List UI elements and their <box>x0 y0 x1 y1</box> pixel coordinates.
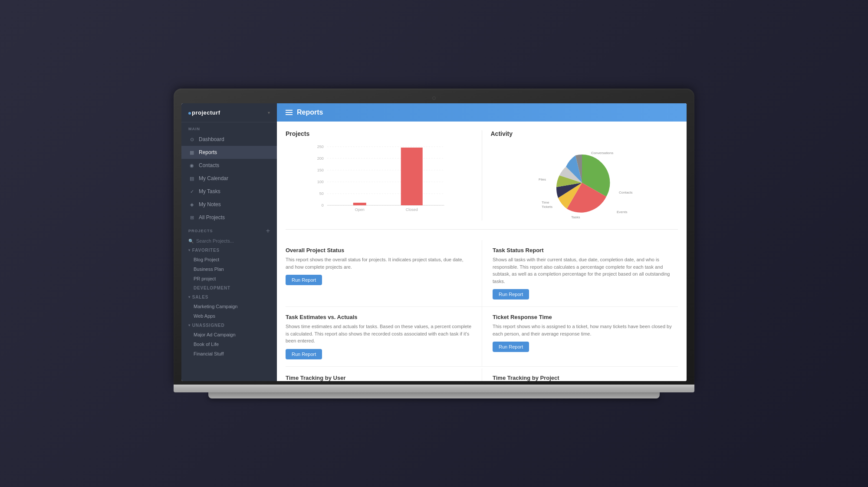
all-projects-icon: ⊞ <box>188 214 195 221</box>
laptop-bezel: projecturf ▾ MAIN ⊙ Dashboard ▦ Reports <box>174 89 694 385</box>
logo-dot <box>188 112 191 115</box>
calendar-icon: ▤ <box>188 175 195 182</box>
unassigned-label: UNASSIGNED <box>192 323 225 328</box>
svg-text:50: 50 <box>319 191 324 196</box>
bottom-report-title: Time Tracking by User <box>286 375 471 381</box>
laptop-base <box>174 385 694 392</box>
page-title: Reports <box>297 109 323 116</box>
run-report-button-task-status[interactable]: Run Report <box>493 289 529 299</box>
sidebar-item-label: My Tasks <box>199 188 220 194</box>
svg-text:Tasks: Tasks <box>571 215 580 219</box>
activity-chart-title: Activity <box>491 130 678 137</box>
svg-text:Conversations: Conversations <box>591 151 613 155</box>
sidebar-item-label: My Notes <box>199 201 221 207</box>
projects-chart-title: Projects <box>286 130 473 137</box>
sidebar-item-all-projects[interactable]: ⊞ All Projects <box>181 211 277 224</box>
laptop-foot <box>208 392 660 398</box>
contacts-icon: ◉ <box>188 162 195 169</box>
report-title: Overall Project Status <box>286 247 471 253</box>
hamburger-line <box>286 110 293 111</box>
sidebar-item-my-calendar[interactable]: ▤ My Calendar <box>181 172 277 185</box>
bar-chart-svg: 250 200 150 100 50 0 <box>286 142 473 220</box>
report-title: Task Estimates vs. Actuals <box>286 314 471 320</box>
add-project-button[interactable]: + <box>266 227 270 234</box>
sidebar-item-my-notes[interactable]: ◈ My Notes <box>181 198 277 211</box>
project-item-web-apps[interactable]: Web Apps <box>181 311 277 321</box>
laptop-camera <box>432 96 436 100</box>
unassigned-arrow-icon: ▾ <box>188 323 191 327</box>
logo-text: projecturf <box>188 109 220 116</box>
run-report-button-estimates[interactable]: Run Report <box>286 349 322 359</box>
search-projects[interactable]: 🔍 Search Projects... <box>181 236 277 246</box>
reports-icon: ▦ <box>188 149 195 156</box>
projects-label: PROJECTS <box>188 229 213 233</box>
sales-arrow-icon: ▾ <box>188 295 191 299</box>
bottom-report-title: Time Tracking by Project <box>493 375 678 381</box>
sidebar-item-label: Reports <box>199 149 217 155</box>
report-title: Task Status Report <box>493 247 678 253</box>
project-item-major-ad[interactable]: Major Ad Campaign <box>181 330 277 339</box>
project-item-book-of-life[interactable]: Book of Life <box>181 339 277 349</box>
favorites-label: FAVORITES <box>192 248 220 253</box>
svg-text:0: 0 <box>322 203 324 207</box>
sidebar-item-label: My Calendar <box>199 175 228 181</box>
main-content: Reports Projects <box>277 103 687 381</box>
sidebar-item-my-tasks[interactable]: ✓ My Tasks <box>181 185 277 198</box>
report-card-task-status: Task Status Report Shows all tasks with … <box>482 240 678 307</box>
run-report-button-overall[interactable]: Run Report <box>286 275 322 285</box>
unassigned-group-header[interactable]: ▾ UNASSIGNED <box>181 321 277 330</box>
notes-icon: ◈ <box>188 201 195 208</box>
hamburger-menu[interactable] <box>286 110 293 115</box>
project-item-business-plan[interactable]: Business Plan <box>181 264 277 274</box>
pie-chart-svg: Conversations Contacts Events Tasks Time… <box>515 144 654 220</box>
search-icon: 🔍 <box>188 239 194 244</box>
bottom-reports: Time Tracking by User Time Tracking by P… <box>286 369 678 382</box>
sidebar-item-reports[interactable]: ▦ Reports <box>181 146 277 159</box>
svg-text:200: 200 <box>317 156 324 161</box>
svg-text:100: 100 <box>317 180 324 184</box>
svg-rect-13 <box>353 203 366 205</box>
report-card-ticket-response: Ticket Response Time This report shows w… <box>482 307 678 367</box>
tasks-icon: ✓ <box>188 188 195 195</box>
sidebar-item-dashboard[interactable]: ⊙ Dashboard <box>181 133 277 146</box>
project-item-financial-stuff[interactable]: Financial Stuff <box>181 349 277 359</box>
reports-grid: Overall Project Status This report shows… <box>286 240 678 367</box>
laptop-wrapper: projecturf ▾ MAIN ⊙ Dashboard ▦ Reports <box>174 89 694 398</box>
activity-chart-section: Activity <box>482 130 678 220</box>
section-main-label: MAIN <box>181 122 277 133</box>
app-container: projecturf ▾ MAIN ⊙ Dashboard ▦ Reports <box>181 103 687 381</box>
svg-text:250: 250 <box>317 145 324 149</box>
report-title: Ticket Response Time <box>493 314 678 320</box>
search-projects-label: Search Projects... <box>196 238 234 244</box>
sales-group-header[interactable]: ▾ SALES <box>181 293 277 302</box>
report-desc: Shows all tasks with their current statu… <box>493 256 678 285</box>
content-area: Projects <box>277 122 687 381</box>
sidebar-toggle-icon[interactable]: ▾ <box>268 110 270 115</box>
report-desc: This report shows the overall status for… <box>286 256 471 270</box>
bottom-report-time-project: Time Tracking by Project <box>482 369 678 382</box>
sidebar-item-contacts[interactable]: ◉ Contacts <box>181 159 277 172</box>
sidebar-logo: projecturf ▾ <box>181 103 277 122</box>
report-card-overall-project-status: Overall Project Status This report shows… <box>286 240 482 307</box>
projects-chart-section: Projects <box>286 130 482 220</box>
svg-text:Open: Open <box>355 207 365 212</box>
svg-text:Closed: Closed <box>406 207 418 212</box>
dashboard-icon: ⊙ <box>188 136 195 143</box>
svg-text:150: 150 <box>317 168 324 172</box>
project-item-pr-project[interactable]: PR project <box>181 274 277 283</box>
projects-section-header: PROJECTS + <box>181 224 277 236</box>
hamburger-line <box>286 114 293 115</box>
run-report-button-ticket-response[interactable]: Run Report <box>493 342 529 352</box>
development-group-label: DEVELOPMENT <box>181 283 277 293</box>
report-desc: This report shows who is assigned to a t… <box>493 323 678 337</box>
sidebar-item-label: Dashboard <box>199 136 224 142</box>
bar-chart-container: 250 200 150 100 50 0 <box>286 142 473 220</box>
svg-text:Events: Events <box>617 210 627 214</box>
hamburger-line <box>286 112 293 113</box>
sales-label: SALES <box>192 295 208 299</box>
sidebar-item-label: Contacts <box>199 162 219 168</box>
favorites-group-header[interactable]: ▾ FAVORITES <box>181 246 277 255</box>
project-item-marketing[interactable]: Marketing Campaign <box>181 302 277 311</box>
laptop-screen: projecturf ▾ MAIN ⊙ Dashboard ▦ Reports <box>181 103 687 381</box>
project-item-blog[interactable]: Blog Project <box>181 255 277 264</box>
